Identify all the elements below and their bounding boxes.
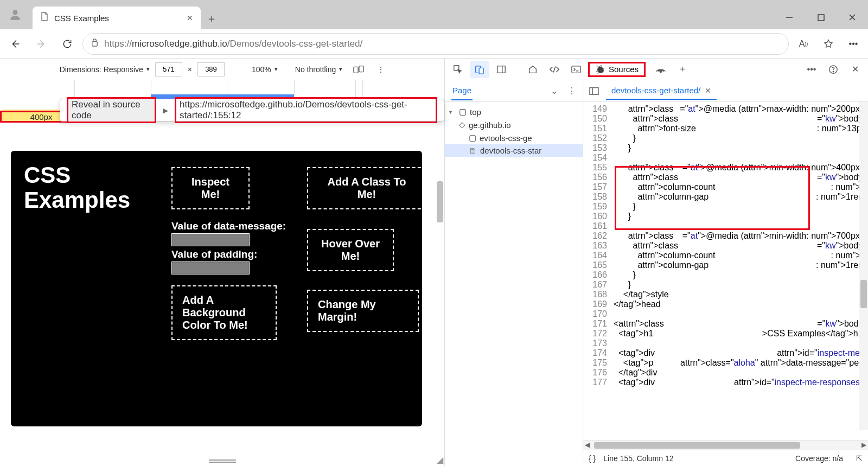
svg-rect-6	[354, 67, 358, 73]
change-margin-box[interactable]: Change My Margin!	[307, 290, 419, 332]
close-window-button[interactable]	[837, 5, 868, 29]
svg-rect-5	[92, 42, 97, 46]
forward-button[interactable]	[30, 33, 52, 55]
profile-icon[interactable]	[3, 3, 27, 27]
svg-rect-17	[590, 87, 598, 94]
media-query-popup: Reveal in source code ▶ https://microsof…	[60, 99, 444, 122]
highlighted-media-query	[615, 166, 810, 230]
svg-point-16	[833, 71, 833, 72]
browser-tab[interactable]: CSS Examples ✕	[33, 7, 201, 29]
page-tab[interactable]: Page	[451, 81, 473, 100]
pretty-print-icon[interactable]: { }	[589, 454, 596, 463]
editor-vscroll[interactable]	[860, 280, 867, 308]
svg-rect-13	[572, 66, 580, 73]
source-location-link[interactable]: https://microsoftedge.github.io/Demos/de…	[175, 97, 437, 123]
url-text: https://microsoftedge.github.io/Demos/de…	[104, 39, 362, 49]
devtools-panel: Sources ＋ ••• ✕ Page ⌄ ⋮ ▾▢top	[444, 59, 868, 466]
hover-box[interactable]: Hover Over Me!	[307, 229, 394, 271]
settings-icon[interactable]: •••	[802, 61, 821, 78]
reload-button[interactable]	[56, 33, 78, 55]
svg-rect-2	[818, 15, 824, 21]
device-toggle-icon[interactable]	[470, 61, 489, 78]
tree-top[interactable]: ▾▢top	[445, 105, 583, 118]
add-class-box[interactable]: Add A Class To Me!	[307, 167, 426, 209]
zoom-dropdown[interactable]: 100%	[252, 65, 278, 74]
devtools-toolbar: Sources ＋ ••• ✕	[445, 59, 868, 80]
dock-side-icon[interactable]	[492, 61, 511, 78]
viewport-scrollbar[interactable]	[437, 181, 443, 222]
device-viewport: Dimensions: Responsive × 100% No throttl…	[0, 59, 444, 466]
add-bg-box[interactable]: Add A Background Color To Me!	[171, 285, 277, 340]
coverage-status: Coverage: n/a	[795, 454, 843, 463]
height-input[interactable]	[197, 62, 225, 76]
svg-rect-11	[497, 66, 505, 73]
help-icon[interactable]	[824, 61, 843, 78]
close-tab-icon[interactable]: ✕	[184, 11, 195, 24]
address-bar[interactable]: https://microsoftedge.github.io/Demos/de…	[82, 33, 789, 55]
resize-handle-bottom[interactable]	[209, 459, 236, 464]
lock-icon	[91, 38, 99, 49]
browser-titlebar: CSS Examples ✕ ＋	[0, 0, 868, 29]
toggle-navigator-icon[interactable]	[586, 84, 602, 99]
device-more-icon[interactable]: ⋮	[377, 65, 385, 74]
welcome-icon[interactable]	[523, 61, 542, 78]
close-devtools-icon[interactable]: ✕	[845, 61, 865, 78]
navigator-dropdown-icon[interactable]: ⌄	[551, 86, 558, 96]
maximize-button[interactable]	[805, 5, 837, 29]
padding-field[interactable]	[171, 261, 250, 275]
navigator-more-icon[interactable]: ⋮	[567, 86, 576, 96]
more-tabs-icon[interactable]: ＋	[673, 61, 692, 78]
padding-label: Value of padding:	[171, 248, 257, 260]
cursor-position: Line 155, Column 12	[603, 454, 673, 463]
popout-icon[interactable]: ⇱	[856, 454, 863, 463]
editor-tabstrip: devtools-css-get-started/✕	[583, 80, 868, 102]
svg-point-14	[660, 71, 661, 72]
svg-rect-10	[479, 68, 483, 74]
dimensions-dropdown[interactable]: Dimensions: Responsive	[60, 65, 150, 74]
inspect-me-box[interactable]: Inspect Me!	[171, 167, 250, 209]
menu-icon[interactable]: •••	[843, 34, 864, 54]
elements-icon[interactable]	[545, 61, 564, 78]
sources-navigator: Page ⌄ ⋮ ▾▢top ◇ge.github.io ▢evtools-cs…	[445, 80, 583, 466]
times-label: ×	[188, 65, 192, 74]
rotate-icon[interactable]	[353, 65, 364, 74]
reveal-in-source-button[interactable]: Reveal in source code	[67, 97, 156, 123]
width-input[interactable]	[155, 62, 182, 76]
tree-folder[interactable]: ▢evtools-css-ge	[445, 131, 583, 144]
page-icon	[40, 12, 49, 24]
browser-navbar: https://microsoftedge.github.io/Demos/de…	[0, 29, 868, 59]
chevron-right-icon: ▶	[163, 106, 168, 114]
close-file-icon[interactable]: ✕	[705, 86, 711, 95]
new-tab-button[interactable]: ＋	[201, 8, 222, 29]
editor-hscroll[interactable]: ◀▶	[583, 440, 868, 450]
svg-point-0	[12, 10, 17, 15]
file-tab[interactable]: devtools-css-get-started/✕	[606, 82, 717, 100]
throttling-dropdown[interactable]: No throttling	[295, 65, 342, 74]
read-aloud-icon[interactable]: A))	[793, 34, 814, 54]
editor-statusbar: { } Line 155, Column 12 Coverage: n/a ⇱	[583, 450, 868, 466]
tree-origin[interactable]: ◇ge.github.io	[445, 118, 583, 131]
inspect-element-icon[interactable]	[448, 61, 468, 78]
minimize-button[interactable]	[774, 5, 805, 29]
back-button[interactable]	[4, 33, 26, 55]
svg-rect-7	[359, 66, 363, 72]
console-icon[interactable]	[566, 61, 586, 78]
rendered-page: CSSExamples Inspect Me! Add A Class To M…	[11, 151, 422, 426]
data-message-label: Value of data-message:	[171, 220, 286, 232]
tree-file[interactable]: 🗎devtools-css-star	[445, 144, 583, 157]
network-icon[interactable]	[651, 61, 671, 78]
device-toolbar: Dimensions: Responsive × 100% No throttl…	[0, 59, 444, 80]
resize-handle-corner[interactable]: ◢	[437, 455, 443, 465]
favorite-icon[interactable]	[818, 34, 839, 54]
tab-title: CSS Examples	[54, 14, 179, 23]
code-editor[interactable]: ▲ 149 attrn">class="at">@media (attrn">m…	[583, 102, 868, 440]
data-message-field[interactable]	[171, 233, 250, 246]
sources-tab[interactable]: Sources	[588, 62, 646, 77]
